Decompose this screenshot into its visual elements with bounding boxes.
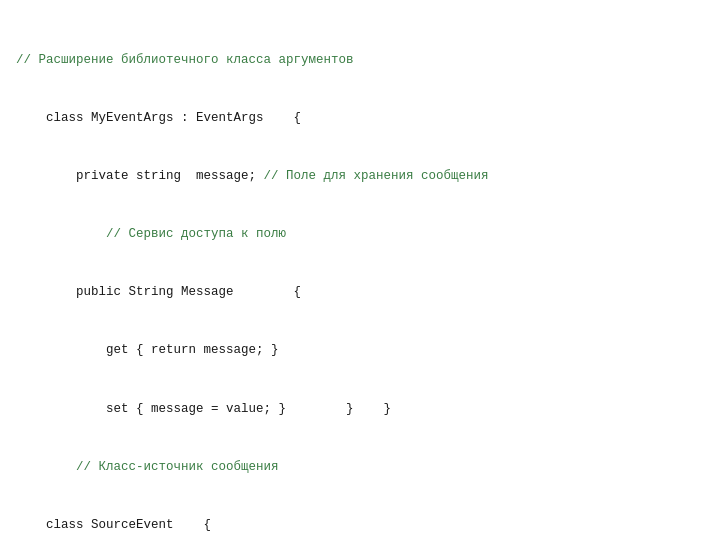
comment: // Сервис доступа к полю bbox=[16, 227, 286, 241]
line-9: class SourceEvent { bbox=[16, 516, 704, 535]
line-8: // Класс-источник сообщения bbox=[16, 458, 704, 477]
code: private string message; bbox=[16, 169, 264, 183]
line-3: private string message; // Поле для хран… bbox=[16, 167, 704, 186]
code: class MyEventArgs : EventArgs { bbox=[16, 111, 301, 125]
comment: // Класс-источник сообщения bbox=[16, 460, 279, 474]
code-editor: // Расширение библиотечного класса аргум… bbox=[16, 12, 704, 540]
line-4: // Сервис доступа к полю bbox=[16, 225, 704, 244]
code: class SourceEvent { bbox=[16, 518, 211, 532]
code: get { return message; } bbox=[16, 343, 279, 357]
line-1: // Расширение библиотечного класса аргум… bbox=[16, 51, 704, 70]
line-5: public String Message { bbox=[16, 283, 704, 302]
code: public String Message { bbox=[16, 285, 301, 299]
line-6: get { return message; } bbox=[16, 341, 704, 360]
line-2: class MyEventArgs : EventArgs { bbox=[16, 109, 704, 128]
comment: // Расширение библиотечного класса аргум… bbox=[16, 53, 354, 67]
comment: // Поле для хранения сообщения bbox=[264, 169, 489, 183]
code: set { message = value; } } } bbox=[16, 402, 391, 416]
line-7: set { message = value; } } } bbox=[16, 400, 704, 419]
